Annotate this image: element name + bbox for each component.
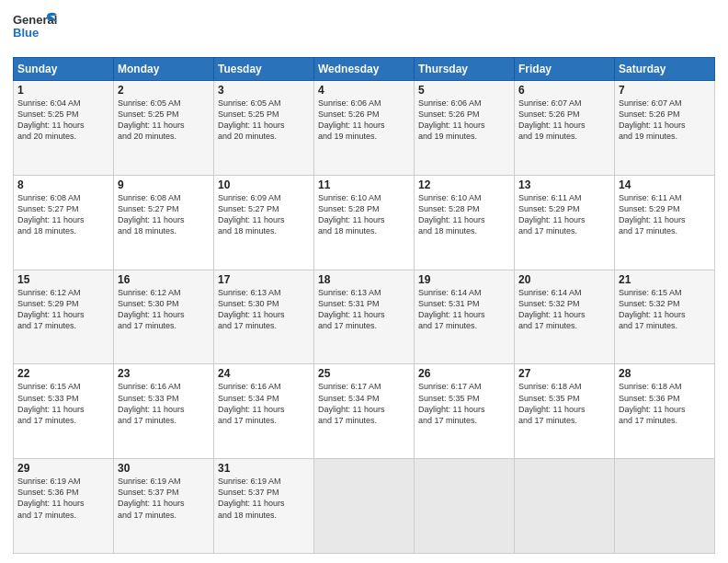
col-monday: Monday: [114, 58, 214, 81]
day-number: 12: [418, 178, 510, 191]
col-tuesday: Tuesday: [214, 58, 314, 81]
day-info: Sunrise: 6:08 AMSunset: 5:27 PMDaylight:…: [118, 192, 210, 237]
table-row: 9Sunrise: 6:08 AMSunset: 5:27 PMDaylight…: [114, 175, 214, 270]
day-info: Sunrise: 6:05 AMSunset: 5:25 PMDaylight:…: [218, 98, 310, 143]
table-row: 11Sunrise: 6:10 AMSunset: 5:28 PMDayligh…: [314, 175, 415, 270]
table-row: 16Sunrise: 6:12 AMSunset: 5:30 PMDayligh…: [114, 270, 214, 364]
calendar-row: 15Sunrise: 6:12 AMSunset: 5:29 PMDayligh…: [14, 270, 715, 364]
table-row: 2Sunrise: 6:05 AMSunset: 5:25 PMDaylight…: [114, 81, 214, 176]
logo-icon: General Blue: [13, 9, 59, 48]
day-info: Sunrise: 6:09 AMSunset: 5:27 PMDaylight:…: [218, 192, 310, 237]
table-row: 6Sunrise: 6:07 AMSunset: 5:26 PMDaylight…: [515, 81, 615, 176]
day-number: 2: [118, 84, 210, 97]
table-row: 25Sunrise: 6:17 AMSunset: 5:34 PMDayligh…: [314, 364, 415, 459]
day-info: Sunrise: 6:07 AMSunset: 5:26 PMDaylight:…: [619, 98, 711, 143]
day-number: 18: [318, 273, 410, 286]
table-row: [415, 459, 515, 554]
table-row: 4Sunrise: 6:06 AMSunset: 5:26 PMDaylight…: [314, 81, 415, 176]
col-saturday: Saturday: [615, 58, 715, 81]
day-number: 20: [518, 273, 610, 286]
day-info: Sunrise: 6:12 AMSunset: 5:30 PMDaylight:…: [118, 287, 210, 332]
day-number: 9: [118, 178, 210, 191]
table-row: 31Sunrise: 6:19 AMSunset: 5:37 PMDayligh…: [214, 459, 314, 554]
table-row: 5Sunrise: 6:06 AMSunset: 5:26 PMDaylight…: [415, 81, 515, 176]
day-info: Sunrise: 6:04 AMSunset: 5:25 PMDaylight:…: [17, 98, 109, 143]
calendar-table: Sunday Monday Tuesday Wednesday Thursday…: [13, 57, 715, 554]
table-row: 28Sunrise: 6:18 AMSunset: 5:36 PMDayligh…: [615, 364, 715, 459]
calendar-row: 29Sunrise: 6:19 AMSunset: 5:36 PMDayligh…: [14, 459, 715, 554]
logo-block: General Blue: [13, 9, 59, 52]
day-number: 6: [518, 84, 610, 97]
day-number: 8: [17, 178, 109, 191]
table-row: 27Sunrise: 6:18 AMSunset: 5:35 PMDayligh…: [515, 364, 615, 459]
day-number: 5: [418, 84, 510, 97]
day-info: Sunrise: 6:05 AMSunset: 5:25 PMDaylight:…: [118, 98, 210, 143]
table-row: 10Sunrise: 6:09 AMSunset: 5:27 PMDayligh…: [214, 175, 314, 270]
day-number: 16: [118, 273, 210, 286]
day-info: Sunrise: 6:11 AMSunset: 5:29 PMDaylight:…: [619, 192, 711, 237]
day-info: Sunrise: 6:15 AMSunset: 5:33 PMDaylight:…: [17, 381, 109, 426]
page: General Blue Sunday Monday Tuesday Wedne…: [0, 0, 728, 563]
day-info: Sunrise: 6:13 AMSunset: 5:30 PMDaylight:…: [218, 287, 310, 332]
day-info: Sunrise: 6:12 AMSunset: 5:29 PMDaylight:…: [17, 287, 109, 332]
day-number: 7: [619, 84, 711, 97]
svg-text:Blue: Blue: [13, 26, 39, 40]
logo: General Blue: [13, 9, 59, 52]
day-info: Sunrise: 6:11 AMSunset: 5:29 PMDaylight:…: [518, 192, 610, 237]
calendar-row: 1Sunrise: 6:04 AMSunset: 5:25 PMDaylight…: [14, 81, 715, 176]
col-friday: Friday: [515, 58, 615, 81]
table-row: 29Sunrise: 6:19 AMSunset: 5:36 PMDayligh…: [14, 459, 114, 554]
day-info: Sunrise: 6:14 AMSunset: 5:31 PMDaylight:…: [418, 287, 510, 332]
day-info: Sunrise: 6:17 AMSunset: 5:35 PMDaylight:…: [418, 381, 510, 426]
col-sunday: Sunday: [14, 58, 114, 81]
day-info: Sunrise: 6:18 AMSunset: 5:35 PMDaylight:…: [518, 381, 610, 426]
day-number: 24: [218, 367, 310, 380]
calendar-header-row: Sunday Monday Tuesday Wednesday Thursday…: [14, 58, 715, 81]
day-number: 30: [118, 462, 210, 475]
day-number: 1: [17, 84, 109, 97]
day-number: 27: [518, 367, 610, 380]
day-info: Sunrise: 6:06 AMSunset: 5:26 PMDaylight:…: [318, 98, 410, 143]
table-row: [314, 459, 415, 554]
day-number: 21: [619, 273, 711, 286]
table-row: 13Sunrise: 6:11 AMSunset: 5:29 PMDayligh…: [515, 175, 615, 270]
table-row: 21Sunrise: 6:15 AMSunset: 5:32 PMDayligh…: [615, 270, 715, 364]
table-row: 24Sunrise: 6:16 AMSunset: 5:34 PMDayligh…: [214, 364, 314, 459]
day-number: 14: [619, 178, 711, 191]
table-row: 17Sunrise: 6:13 AMSunset: 5:30 PMDayligh…: [214, 270, 314, 364]
day-info: Sunrise: 6:06 AMSunset: 5:26 PMDaylight:…: [418, 98, 510, 143]
table-row: 14Sunrise: 6:11 AMSunset: 5:29 PMDayligh…: [615, 175, 715, 270]
table-row: 15Sunrise: 6:12 AMSunset: 5:29 PMDayligh…: [14, 270, 114, 364]
calendar-row: 8Sunrise: 6:08 AMSunset: 5:27 PMDaylight…: [14, 175, 715, 270]
day-info: Sunrise: 6:16 AMSunset: 5:33 PMDaylight:…: [118, 381, 210, 426]
day-info: Sunrise: 6:15 AMSunset: 5:32 PMDaylight:…: [619, 287, 711, 332]
day-info: Sunrise: 6:08 AMSunset: 5:27 PMDaylight:…: [17, 192, 109, 237]
table-row: [515, 459, 615, 554]
day-info: Sunrise: 6:19 AMSunset: 5:36 PMDaylight:…: [17, 476, 109, 521]
day-info: Sunrise: 6:18 AMSunset: 5:36 PMDaylight:…: [619, 381, 711, 426]
table-row: [615, 459, 715, 554]
col-thursday: Thursday: [415, 58, 515, 81]
day-number: 17: [218, 273, 310, 286]
table-row: 8Sunrise: 6:08 AMSunset: 5:27 PMDaylight…: [14, 175, 114, 270]
day-number: 19: [418, 273, 510, 286]
day-number: 22: [17, 367, 109, 380]
day-info: Sunrise: 6:10 AMSunset: 5:28 PMDaylight:…: [418, 192, 510, 237]
day-number: 28: [619, 367, 711, 380]
day-info: Sunrise: 6:10 AMSunset: 5:28 PMDaylight:…: [318, 192, 410, 237]
table-row: 20Sunrise: 6:14 AMSunset: 5:32 PMDayligh…: [515, 270, 615, 364]
day-info: Sunrise: 6:07 AMSunset: 5:26 PMDaylight:…: [518, 98, 610, 143]
day-info: Sunrise: 6:19 AMSunset: 5:37 PMDaylight:…: [118, 476, 210, 521]
header: General Blue: [13, 9, 715, 52]
table-row: 26Sunrise: 6:17 AMSunset: 5:35 PMDayligh…: [415, 364, 515, 459]
table-row: 7Sunrise: 6:07 AMSunset: 5:26 PMDaylight…: [615, 81, 715, 176]
table-row: 3Sunrise: 6:05 AMSunset: 5:25 PMDaylight…: [214, 81, 314, 176]
table-row: 19Sunrise: 6:14 AMSunset: 5:31 PMDayligh…: [415, 270, 515, 364]
day-info: Sunrise: 6:16 AMSunset: 5:34 PMDaylight:…: [218, 381, 310, 426]
table-row: 23Sunrise: 6:16 AMSunset: 5:33 PMDayligh…: [114, 364, 214, 459]
col-wednesday: Wednesday: [314, 58, 415, 81]
day-info: Sunrise: 6:14 AMSunset: 5:32 PMDaylight:…: [518, 287, 610, 332]
day-info: Sunrise: 6:19 AMSunset: 5:37 PMDaylight:…: [218, 476, 310, 521]
day-number: 25: [318, 367, 410, 380]
day-number: 11: [318, 178, 410, 191]
